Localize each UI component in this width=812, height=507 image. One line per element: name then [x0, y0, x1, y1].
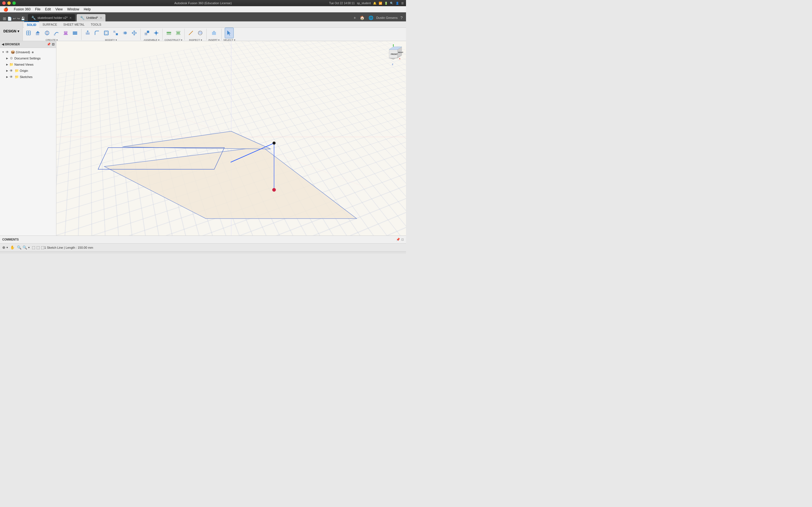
- offset-plane-btn[interactable]: [164, 27, 173, 38]
- minimize-button[interactable]: [7, 1, 11, 5]
- window-controls[interactable]: [2, 1, 16, 5]
- zoom-icon[interactable]: 🔍: [17, 245, 21, 249]
- tree-item-doc-settings[interactable]: ▶ ⚙ Document Settings: [0, 55, 56, 61]
- sep1: [81, 29, 82, 40]
- redo-btn[interactable]: ↪: [17, 17, 20, 20]
- sweep-btn[interactable]: [52, 27, 61, 38]
- zoom-down-icon[interactable]: ▾: [28, 246, 30, 249]
- tab-sheet-metal[interactable]: SHEET METAL: [61, 21, 87, 27]
- sketch-tool-3[interactable]: [55, 253, 61, 254]
- svg-line-19: [115, 33, 116, 33]
- eye-sketches-icon[interactable]: 👁: [9, 75, 13, 79]
- browser-expand-icon[interactable]: ⊡: [52, 43, 54, 46]
- svg-point-26: [155, 32, 157, 34]
- anim-play-btn[interactable]: ▶: [17, 253, 23, 254]
- anim-next-btn[interactable]: ▶▶: [24, 253, 31, 254]
- chevron-sketches-icon: ▶: [5, 75, 9, 79]
- menu-icon[interactable]: ☰: [401, 2, 404, 5]
- pan-icon[interactable]: ✋: [10, 245, 15, 249]
- collapse-icon[interactable]: ◀: [2, 43, 4, 46]
- undo-btn[interactable]: ↩: [13, 17, 16, 20]
- insert-mesh-btn[interactable]: [209, 27, 218, 38]
- design-workspace-btn[interactable]: DESIGN ▾: [0, 21, 23, 41]
- midplane-btn[interactable]: [174, 27, 183, 38]
- shell-btn[interactable]: [102, 27, 111, 38]
- display-mode-icon2[interactable]: ⬚: [36, 245, 40, 249]
- loft-btn[interactable]: [61, 27, 70, 38]
- move-btn[interactable]: [130, 27, 139, 38]
- tab-label-skateboard: skateboard holder v2*: [38, 16, 68, 19]
- press-pull-btn[interactable]: [83, 27, 92, 38]
- new-file-btn[interactable]: 📄: [7, 17, 12, 21]
- browser-header: ◀ BROWSER 📌 ⊡: [0, 41, 56, 48]
- user-avatar[interactable]: 👤: [396, 2, 399, 5]
- close-button[interactable]: [2, 1, 6, 5]
- named-views-label: Named Views: [14, 63, 34, 66]
- measure-icon: [188, 30, 194, 36]
- display-mode-icon3[interactable]: ⬚: [41, 245, 44, 249]
- assemble-component-btn[interactable]: [142, 27, 151, 38]
- more-create-btn[interactable]: [70, 27, 80, 38]
- tab-surface[interactable]: SURFACE: [40, 21, 60, 27]
- new-component-btn[interactable]: [24, 27, 33, 38]
- zebra-btn[interactable]: [196, 27, 205, 38]
- transform-down-icon[interactable]: ▾: [6, 246, 8, 249]
- menu-view[interactable]: View: [53, 6, 65, 12]
- tree-item-sketches[interactable]: ▶ 👁 📁 Sketches: [0, 74, 56, 80]
- anim-prev-btn[interactable]: ◀: [10, 253, 16, 254]
- comments-expand-icon[interactable]: ⊡: [401, 238, 404, 241]
- tab-untitled[interactable]: 🔧 Untitled* ✕: [77, 14, 105, 21]
- transform-icon[interactable]: ⊕: [2, 245, 5, 249]
- select-btn[interactable]: [225, 27, 234, 38]
- extrude-btn[interactable]: [33, 27, 42, 38]
- help-btn[interactable]: ?: [399, 15, 404, 20]
- scale-btn[interactable]: [111, 27, 120, 38]
- menu-file[interactable]: File: [33, 6, 43, 12]
- maximize-button[interactable]: [12, 1, 16, 5]
- revolve-btn[interactable]: [43, 27, 52, 38]
- menu-window[interactable]: Window: [65, 6, 82, 12]
- anim-last-btn[interactable]: ⏭: [32, 253, 38, 254]
- loft-icon: [63, 30, 69, 36]
- menu-edit[interactable]: Edit: [43, 6, 53, 12]
- search-icon[interactable]: 🔍: [390, 2, 393, 5]
- design-label: DESIGN: [3, 29, 16, 33]
- svg-text:X: X: [399, 57, 401, 60]
- apple-menu[interactable]: 🍎: [1, 6, 10, 12]
- joint-btn[interactable]: [152, 27, 161, 38]
- save-btn[interactable]: 💾: [21, 17, 25, 20]
- notification-icon[interactable]: 🔔: [373, 2, 376, 5]
- new-tab-btn[interactable]: +: [352, 15, 357, 20]
- combine-btn[interactable]: [120, 27, 130, 38]
- eye-origin-icon[interactable]: 👁: [9, 68, 13, 73]
- menu-help[interactable]: Help: [82, 6, 93, 12]
- tab-close-untitled[interactable]: ✕: [100, 16, 102, 19]
- anim-first-btn[interactable]: ⏮: [2, 253, 8, 254]
- tab-skateboard[interactable]: 🔧 skateboard holder v2* ✕: [28, 14, 75, 21]
- fillet-btn[interactable]: [93, 27, 101, 38]
- tab-solid[interactable]: SOLID: [24, 21, 39, 27]
- sep3: [162, 29, 163, 40]
- zoom-fit-icon[interactable]: 🔍: [22, 245, 27, 249]
- comments-pin-icon[interactable]: 📌: [396, 238, 400, 241]
- tabs-actions: + 🏠 🌐 Dustin Gresens ?: [350, 14, 406, 21]
- tab-tools[interactable]: TOOLS: [88, 21, 104, 27]
- tree-item-unsaved[interactable]: ▼ 👁 📦 (Unsaved) ⏺: [0, 49, 56, 55]
- menu-fusion360[interactable]: Fusion 360: [11, 6, 33, 12]
- tree-item-origin[interactable]: ▶ 👁 📁 Origin: [0, 68, 56, 74]
- display-mode-icon1[interactable]: ⬚: [32, 245, 35, 249]
- sketch-tool-2[interactable]: [48, 253, 54, 254]
- home-btn[interactable]: 🏠: [359, 15, 366, 20]
- eye-unsaved-icon[interactable]: 👁: [5, 50, 10, 54]
- view-cube[interactable]: FRONT RIGHT Z X: [384, 44, 403, 66]
- network-btn[interactable]: 🌐: [367, 15, 374, 20]
- measure-btn[interactable]: [186, 27, 195, 38]
- canvas-area[interactable]: Z X FRONT RIGHT Z X: [56, 41, 406, 235]
- app-grid-icon[interactable]: ⊞: [3, 16, 6, 21]
- tree-item-named-views[interactable]: ▶ 📁 Named Views: [0, 61, 56, 68]
- browser-pin-icon[interactable]: 📌: [47, 43, 51, 46]
- toolbar-buttons: CREATE ▾: [23, 27, 406, 41]
- sketch-tool-1[interactable]: [41, 253, 47, 254]
- record-icon[interactable]: ⏺: [31, 51, 34, 54]
- tab-close-skateboard[interactable]: ✕: [69, 16, 71, 19]
